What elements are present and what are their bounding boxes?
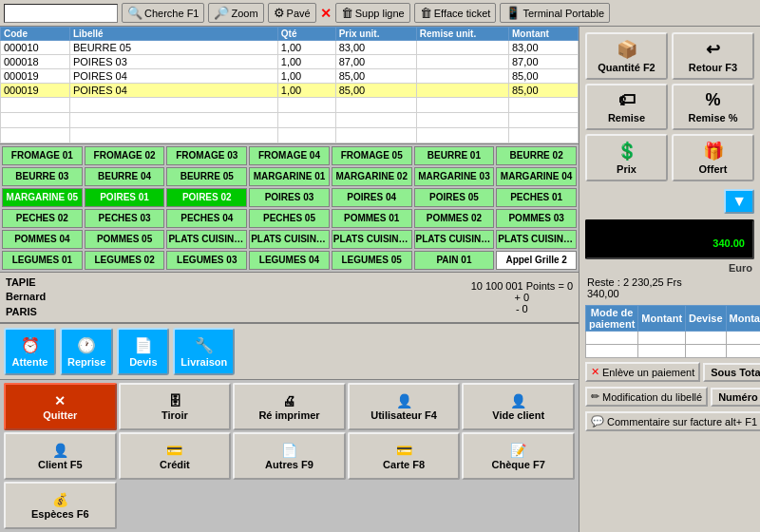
product-button[interactable]: MARGARINE 03 [414, 167, 495, 186]
utilisateur-button[interactable]: 👤 Utilisateur F4 [348, 383, 461, 430]
product-button[interactable]: POMMES 05 [85, 230, 165, 249]
reimprimer-button[interactable]: 🖨 Ré imprimer [233, 383, 346, 430]
vide-client-button[interactable]: 👤 Vide client [462, 383, 575, 430]
product-button[interactable]: PLATS CUISINES 03 [332, 230, 412, 249]
tiroir-button[interactable]: 🗄 Tiroir [119, 383, 232, 430]
product-button[interactable]: POIRES 02 [166, 188, 247, 207]
product-button[interactable]: BEURRE 04 [85, 167, 165, 186]
product-button[interactable]: PECHES 03 [85, 209, 165, 228]
product-button[interactable]: PECHES 02 [2, 209, 83, 228]
cheque-icon: 📝 [510, 443, 526, 458]
cheque-button[interactable]: 📝 Chèque F7 [462, 432, 575, 480]
credit-button[interactable]: 💳 Crédit [119, 432, 232, 480]
product-button[interactable]: PLATS CUISINES 01 [166, 230, 247, 249]
product-button[interactable]: FROMAGE 04 [249, 146, 330, 165]
table-row[interactable] [1, 113, 579, 128]
product-button[interactable]: LEGUMES 02 [85, 251, 165, 270]
pay-buttons-row: ✕ Quitter 🗄 Tiroir 🖨 Ré imprimer 👤 Utili… [0, 379, 579, 532]
arrow-nav: ▼ [580, 187, 760, 216]
product-button[interactable]: POIRES 05 [414, 188, 495, 207]
payment-area: Mode de paiement Montant Devise Montant [580, 301, 760, 532]
product-button[interactable]: POMMES 01 [332, 209, 412, 228]
prix-button[interactable]: 💲 Prix [585, 134, 668, 181]
carte-button[interactable]: 💳 Carte F8 [348, 432, 461, 480]
remise-pct-button[interactable]: % Remise % [672, 84, 754, 130]
table-row[interactable]: 000010BEURRE 051,0083,0083,00 [1, 41, 579, 55]
product-button[interactable]: MARGARINE 02 [332, 167, 412, 186]
quantite-button[interactable]: 📦 Quantité F2 [585, 32, 668, 80]
reprise-button[interactable]: 🕐 Reprise [60, 328, 113, 375]
pave-icon: ⚙ [274, 6, 285, 20]
table-row[interactable] [1, 128, 579, 143]
enleve-paiement-button[interactable]: ✕ Enlève un paiement [585, 362, 700, 382]
vide-client-icon: 👤 [510, 393, 526, 408]
product-button[interactable]: FROMAGE 05 [332, 146, 412, 165]
product-button[interactable]: PECHES 05 [249, 209, 330, 228]
commentaire-icon: 💬 [591, 415, 604, 428]
product-button[interactable]: FROMAGE 03 [166, 146, 247, 165]
product-button[interactable]: LEGUMES 01 [2, 251, 83, 270]
product-button[interactable]: BEURRE 03 [2, 167, 83, 186]
numero-serie-button[interactable]: Numéro de série [711, 388, 760, 407]
product-button[interactable]: BEURRE 02 [496, 146, 577, 165]
attente-button[interactable]: ⏰ Attente [4, 328, 56, 375]
product-button[interactable]: PAIN 01 [414, 251, 495, 270]
payment-table: Mode de paiement Montant Devise Montant [585, 305, 760, 358]
livraison-icon: 🔧 [195, 336, 214, 354]
cherche-button[interactable]: 🔍 Cherche F1 [122, 3, 204, 23]
product-button[interactable]: PECHES 01 [496, 188, 577, 207]
sous-total-button[interactable]: Sous Total F11 [703, 363, 760, 382]
zoom-button[interactable]: 🔎 Zoom [208, 3, 263, 23]
autres-button[interactable]: 📄 Autres F9 [233, 432, 346, 480]
product-button[interactable]: FROMAGE 01 [2, 146, 83, 165]
quitter-button[interactable]: ✕ Quitter [4, 383, 117, 430]
table-row[interactable]: 000018POIRES 031,0087,0087,00 [1, 55, 579, 69]
col-qte: Qté [277, 28, 335, 41]
table-row[interactable] [1, 98, 579, 113]
product-button[interactable]: FROMAGE 02 [85, 146, 165, 165]
product-button[interactable]: POMMES 02 [414, 209, 495, 228]
modification-libelle-button[interactable]: ✏ Modification du libellé [585, 387, 708, 407]
remise-button[interactable]: 🏷 Remise [585, 84, 668, 130]
supp-ligne-button[interactable]: 🗑 Supp ligne [335, 3, 410, 23]
livraison-button[interactable]: 🔧 Livraison [173, 328, 235, 375]
product-button[interactable]: MARGARINE 05 [2, 188, 83, 207]
scroll-down-button[interactable]: ▼ [724, 189, 754, 214]
product-button[interactable]: MARGARINE 01 [249, 167, 330, 186]
product-button[interactable]: PLATS CUISINES 05 [496, 230, 577, 249]
offert-button[interactable]: 🎁 Offert [672, 134, 754, 181]
product-button[interactable]: MARGARINE 04 [496, 167, 577, 186]
quantite-icon: 📦 [617, 39, 637, 60]
devis-button[interactable]: 📄 Devis [117, 328, 169, 375]
commentaire-button[interactable]: 💬 Commentaire sur facture alt+ F1 [585, 411, 760, 431]
terminal-icon: 📱 [505, 6, 521, 20]
offert-icon: 🎁 [703, 141, 724, 162]
product-button[interactable]: POIRES 04 [332, 188, 412, 207]
product-button[interactable]: POMMES 04 [2, 230, 83, 249]
especes-button[interactable]: 💰 Espèces F6 [4, 482, 117, 529]
product-button[interactable]: PECHES 04 [166, 209, 247, 228]
product-button[interactable]: LEGUMES 05 [332, 251, 412, 270]
efface-ticket-button[interactable]: 🗑 Efface ticket [414, 3, 497, 23]
search-input[interactable] [4, 4, 118, 23]
terminal-portable-button[interactable]: 📱 Terminal Portable [500, 3, 610, 23]
right-panel: 📦 Quantité F2 ↩ Retour F3 🏷 Remise % Rem… [580, 27, 760, 532]
product-button[interactable]: LEGUMES 04 [249, 251, 330, 270]
zoom-icon: 🔎 [214, 6, 229, 20]
table-row[interactable]: 000019POIRES 041,0085,0085,00 [1, 84, 579, 98]
remise-pct-icon: % [705, 90, 720, 110]
client-button[interactable]: 👤 Client F5 [4, 432, 117, 480]
product-button[interactable]: POIRES 03 [249, 188, 330, 207]
product-button[interactable]: LEGUMES 03 [166, 251, 247, 270]
product-button[interactable]: PLATS CUISINES 02 [249, 230, 330, 249]
product-button[interactable]: POMMES 03 [496, 209, 577, 228]
product-button[interactable]: BEURRE 05 [166, 167, 247, 186]
pave-button[interactable]: ⚙ Pavé [268, 3, 316, 23]
table-row[interactable]: 000019POIRES 041,0085,0085,00 [1, 69, 579, 84]
delete-icon[interactable]: ✕ [320, 6, 332, 21]
product-button[interactable]: BEURRE 01 [414, 146, 495, 165]
retour-button[interactable]: ↩ Retour F3 [672, 32, 754, 80]
product-button[interactable]: Appel Grille 2 [496, 251, 577, 270]
product-button[interactable]: POIRES 01 [85, 188, 165, 207]
product-button[interactable]: PLATS CUISINES 04 [414, 230, 495, 249]
